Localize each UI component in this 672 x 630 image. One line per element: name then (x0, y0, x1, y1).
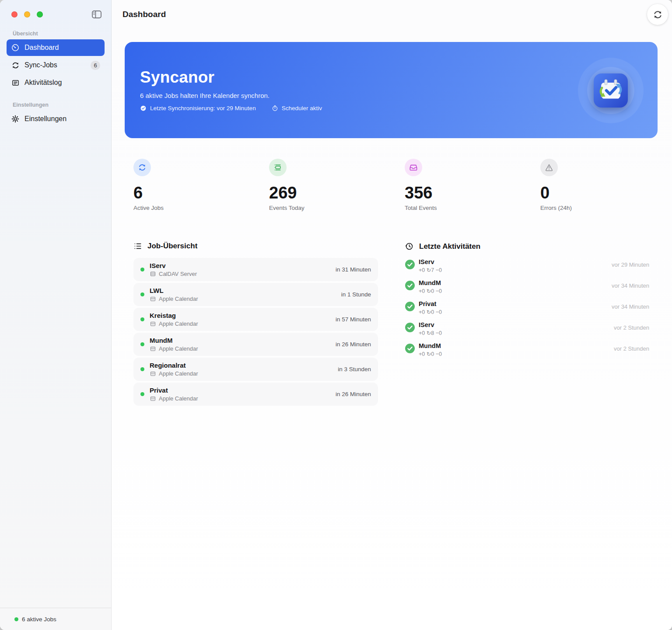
job-source: Apple Calendar (159, 395, 198, 402)
sidebar: Übersicht Dashboard Sync-Jobs 6 Aktivitä… (0, 0, 112, 630)
job-next-run: in 57 Minuten (336, 316, 371, 323)
stack-icon (273, 163, 282, 172)
timer-icon (272, 105, 278, 111)
job-source: Apple Calendar (159, 345, 198, 352)
job-name: MundM (150, 337, 198, 345)
job-name: Regionalrat (150, 362, 198, 369)
stat-active-jobs: 6 Active Jobs (133, 159, 252, 211)
job-name: LWL (150, 287, 198, 295)
job-row-regionalrat[interactable]: Regionalrat Apple Calendar in 3 Stunden (133, 358, 378, 381)
sidebar-item-activity-log[interactable]: Aktivitätslog (7, 74, 105, 91)
warning-icon (545, 163, 553, 172)
job-row-lwl[interactable]: LWL Apple Calendar in 1 Stunde (133, 283, 378, 306)
success-check-icon (405, 259, 415, 270)
page-title: Dashboard (122, 10, 166, 19)
job-source: CalDAV Server (159, 271, 197, 277)
job-source: Apple Calendar (159, 296, 198, 302)
stat-label: Errors (24h) (540, 205, 658, 211)
success-check-icon (405, 322, 415, 333)
sidebar-item-settings[interactable]: Einstellungen (7, 111, 105, 127)
job-next-run: in 3 Stunden (338, 366, 371, 372)
stat-value: 0 (540, 183, 658, 202)
job-next-run: in 26 Minuten (336, 341, 371, 348)
activity-name: IServ (419, 321, 442, 329)
sidebar-section-settings: Einstellungen Einstellungen (0, 102, 111, 128)
scheduler-status-text: Scheduler aktiv (282, 105, 322, 111)
job-row-iserv[interactable]: IServ CalDAV Server in 31 Minuten (133, 258, 378, 281)
activity-stats: +0 ↻8 −0 (419, 330, 442, 336)
activity-time: vor 34 Minuten (612, 303, 649, 310)
hero-card: Syncanor 6 aktive Jobs halten Ihre Kalen… (125, 42, 658, 138)
activity-item: IServ +0 ↻8 −0 vor 2 Stunden (405, 321, 649, 340)
activity-name: MundM (419, 279, 442, 287)
activity-time: vor 29 Minuten (612, 261, 649, 268)
stat-value: 6 (133, 183, 252, 202)
job-status-dot-icon (140, 317, 144, 321)
refresh-icon (653, 10, 663, 20)
activity-stats: +0 ↻7 −0 (419, 267, 442, 273)
sync-icon (11, 61, 20, 70)
job-next-run: in 1 Stunde (341, 291, 371, 298)
check-circle-icon (140, 105, 147, 111)
job-status-dot-icon (140, 367, 144, 371)
job-next-run: in 31 Minuten (336, 266, 371, 273)
stat-value: 356 (405, 183, 523, 202)
sidebar-item-sync-jobs[interactable]: Sync-Jobs 6 (7, 57, 105, 73)
activities-section-header: Letzte Aktivitäten (405, 242, 480, 251)
stat-total-events: 356 Total Events (405, 159, 523, 211)
activity-item: MundM +0 ↻0 −0 vor 2 Stunden (405, 342, 649, 361)
sync-icon (138, 163, 147, 172)
job-status-dot-icon (140, 392, 144, 396)
minimize-window-button[interactable] (24, 11, 30, 17)
log-icon (11, 78, 20, 87)
jobs-section-header: Job-Übersicht (133, 242, 197, 251)
job-source: Apple Calendar (159, 320, 198, 327)
activity-item: Privat +0 ↻0 −0 vor 34 Minuten (405, 300, 649, 319)
sidebar-item-label: Einstellungen (24, 115, 66, 123)
job-name: Privat (150, 386, 198, 394)
activity-time: vor 2 Stunden (614, 345, 649, 352)
activity-item: MundM +0 ↻0 −0 vor 34 Minuten (405, 279, 649, 298)
activities-section-title: Letzte Aktivitäten (419, 242, 480, 251)
job-source: Apple Calendar (159, 370, 198, 377)
active-jobs-status-text: 6 aktive Jobs (22, 616, 56, 623)
gauge-icon (11, 43, 20, 52)
job-row-mundm[interactable]: MundM Apple Calendar in 26 Minuten (133, 333, 378, 356)
activity-stats: +0 ↻0 −0 (419, 309, 442, 315)
job-next-run: in 26 Minuten (336, 391, 371, 397)
job-row-kreistag[interactable]: Kreistag Apple Calendar in 57 Minuten (133, 308, 378, 331)
job-status-dot-icon (140, 292, 144, 296)
job-name: Kreistag (150, 312, 198, 320)
sidebar-item-dashboard[interactable]: Dashboard (7, 39, 105, 56)
app-title: Syncanor (140, 68, 214, 87)
success-check-icon (405, 280, 415, 291)
server-icon (150, 271, 156, 277)
stat-errors: 0 Errors (24h) (540, 159, 658, 211)
close-window-button[interactable] (11, 11, 18, 17)
job-status-dot-icon (140, 268, 144, 271)
stat-value: 269 (269, 183, 387, 202)
stat-label: Events Today (269, 205, 387, 211)
zoom-window-button[interactable] (37, 11, 43, 17)
sidebar-toggle-icon[interactable] (91, 9, 102, 20)
window-controls (11, 11, 43, 17)
tray-icon (409, 163, 418, 172)
status-dot-icon (14, 617, 18, 621)
refresh-button[interactable] (647, 4, 668, 25)
sync-jobs-count-badge: 6 (91, 61, 100, 70)
stat-label: Total Events (405, 205, 523, 211)
sidebar-item-label: Aktivitätslog (24, 79, 62, 87)
sidebar-section-label: Einstellungen (13, 102, 111, 108)
activity-name: MundM (419, 342, 442, 350)
activity-item: IServ +0 ↻7 −0 vor 29 Minuten (405, 258, 649, 277)
history-icon (405, 242, 414, 251)
calendar-icon (150, 296, 156, 302)
calendar-icon (150, 320, 156, 327)
job-status-dot-icon (140, 342, 144, 346)
job-name: IServ (150, 262, 197, 270)
job-row-privat[interactable]: Privat Apple Calendar in 26 Minuten (133, 383, 378, 406)
sidebar-footer-status: 6 aktive Jobs (0, 608, 111, 630)
activity-name: IServ (419, 258, 442, 266)
activity-time: vor 2 Stunden (614, 324, 649, 331)
sidebar-item-label: Dashboard (24, 44, 59, 52)
